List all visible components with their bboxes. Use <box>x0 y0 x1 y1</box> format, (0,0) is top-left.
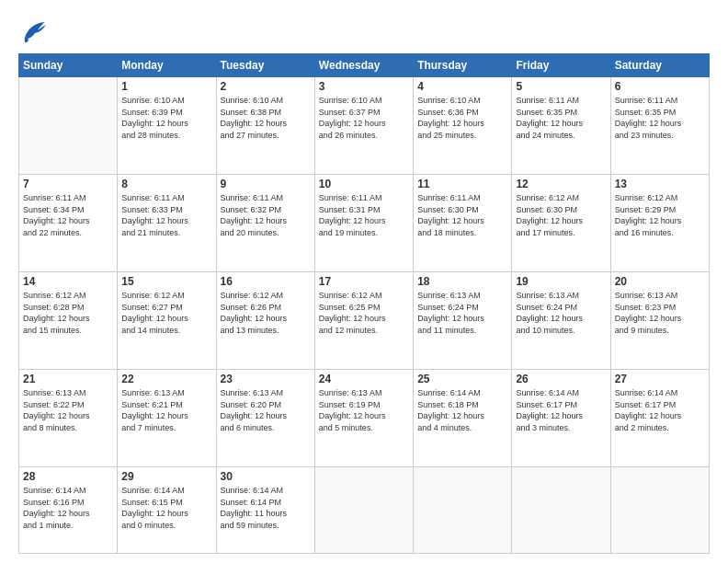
calendar-cell: 17Sunrise: 6:12 AM Sunset: 6:25 PM Dayli… <box>314 272 413 370</box>
cell-sun-info: Sunrise: 6:11 AM Sunset: 6:33 PM Dayligh… <box>121 192 211 238</box>
calendar-cell: 20Sunrise: 6:13 AM Sunset: 6:23 PM Dayli… <box>610 272 709 370</box>
day-number: 27 <box>615 373 705 385</box>
calendar-week-row: 21Sunrise: 6:13 AM Sunset: 6:22 PM Dayli… <box>19 370 710 467</box>
day-number: 7 <box>23 178 113 190</box>
cell-sun-info: Sunrise: 6:11 AM Sunset: 6:34 PM Dayligh… <box>23 192 113 238</box>
day-number: 4 <box>417 80 507 93</box>
calendar-cell <box>512 467 610 554</box>
day-number: 11 <box>417 178 507 190</box>
calendar-cell: 15Sunrise: 6:12 AM Sunset: 6:27 PM Dayli… <box>118 272 216 370</box>
cell-sun-info: Sunrise: 6:14 AM Sunset: 6:16 PM Dayligh… <box>23 485 113 531</box>
cell-sun-info: Sunrise: 6:13 AM Sunset: 6:22 PM Dayligh… <box>23 387 113 433</box>
calendar-week-row: 28Sunrise: 6:14 AM Sunset: 6:16 PM Dayli… <box>19 467 710 554</box>
day-number: 20 <box>615 275 705 288</box>
calendar-week-row: 7Sunrise: 6:11 AM Sunset: 6:34 PM Daylig… <box>19 175 710 272</box>
calendar-cell <box>19 77 118 175</box>
cell-sun-info: Sunrise: 6:13 AM Sunset: 6:24 PM Dayligh… <box>516 290 606 336</box>
calendar-cell: 25Sunrise: 6:14 AM Sunset: 6:18 PM Dayli… <box>414 370 512 467</box>
calendar-cell: 2Sunrise: 6:10 AM Sunset: 6:38 PM Daylig… <box>216 77 314 175</box>
day-number: 16 <box>221 275 311 288</box>
calendar-body: 1Sunrise: 6:10 AM Sunset: 6:39 PM Daylig… <box>19 77 710 554</box>
day-number: 21 <box>23 373 113 385</box>
calendar-cell: 9Sunrise: 6:11 AM Sunset: 6:32 PM Daylig… <box>216 175 314 272</box>
calendar-cell: 30Sunrise: 6:14 AM Sunset: 6:14 PM Dayli… <box>216 467 314 554</box>
calendar-header-row: SundayMondayTuesdayWednesdayThursdayFrid… <box>19 54 710 77</box>
day-number: 12 <box>516 178 606 190</box>
day-of-week-header: Sunday <box>19 54 118 77</box>
calendar-cell: 29Sunrise: 6:14 AM Sunset: 6:15 PM Dayli… <box>118 467 216 554</box>
cell-sun-info: Sunrise: 6:13 AM Sunset: 6:23 PM Dayligh… <box>615 290 705 336</box>
calendar-cell: 22Sunrise: 6:13 AM Sunset: 6:21 PM Dayli… <box>118 370 216 467</box>
cell-sun-info: Sunrise: 6:10 AM Sunset: 6:39 PM Dayligh… <box>121 95 211 141</box>
day-number: 26 <box>516 373 606 385</box>
day-number: 14 <box>23 275 113 288</box>
calendar-cell: 16Sunrise: 6:12 AM Sunset: 6:26 PM Dayli… <box>216 272 314 370</box>
calendar-cell: 26Sunrise: 6:14 AM Sunset: 6:17 PM Dayli… <box>512 370 610 467</box>
cell-sun-info: Sunrise: 6:14 AM Sunset: 6:18 PM Dayligh… <box>417 387 507 433</box>
calendar-cell: 5Sunrise: 6:11 AM Sunset: 6:35 PM Daylig… <box>512 77 610 175</box>
cell-sun-info: Sunrise: 6:12 AM Sunset: 6:26 PM Dayligh… <box>221 290 311 336</box>
cell-sun-info: Sunrise: 6:10 AM Sunset: 6:37 PM Dayligh… <box>319 95 409 141</box>
logo <box>18 17 50 44</box>
day-number: 15 <box>121 275 211 288</box>
day-number: 30 <box>221 470 311 483</box>
calendar-cell: 11Sunrise: 6:11 AM Sunset: 6:30 PM Dayli… <box>414 175 512 272</box>
cell-sun-info: Sunrise: 6:10 AM Sunset: 6:36 PM Dayligh… <box>417 95 507 141</box>
calendar-cell: 28Sunrise: 6:14 AM Sunset: 6:16 PM Dayli… <box>19 467 118 554</box>
cell-sun-info: Sunrise: 6:14 AM Sunset: 6:17 PM Dayligh… <box>516 387 606 433</box>
cell-sun-info: Sunrise: 6:14 AM Sunset: 6:14 PM Dayligh… <box>221 485 311 531</box>
cell-sun-info: Sunrise: 6:11 AM Sunset: 6:32 PM Dayligh… <box>221 192 311 238</box>
calendar-cell: 7Sunrise: 6:11 AM Sunset: 6:34 PM Daylig… <box>19 175 118 272</box>
day-of-week-header: Saturday <box>610 54 709 77</box>
day-number: 10 <box>319 178 409 190</box>
cell-sun-info: Sunrise: 6:12 AM Sunset: 6:29 PM Dayligh… <box>615 192 705 238</box>
calendar-cell <box>414 467 512 554</box>
calendar-cell: 8Sunrise: 6:11 AM Sunset: 6:33 PM Daylig… <box>118 175 216 272</box>
calendar-cell <box>314 467 413 554</box>
calendar-cell <box>610 467 709 554</box>
day-number: 28 <box>23 470 113 483</box>
calendar-week-row: 1Sunrise: 6:10 AM Sunset: 6:39 PM Daylig… <box>19 77 710 175</box>
calendar-cell: 12Sunrise: 6:12 AM Sunset: 6:30 PM Dayli… <box>512 175 610 272</box>
day-number: 24 <box>319 373 409 385</box>
cell-sun-info: Sunrise: 6:12 AM Sunset: 6:25 PM Dayligh… <box>319 290 409 336</box>
cell-sun-info: Sunrise: 6:13 AM Sunset: 6:21 PM Dayligh… <box>121 387 211 433</box>
header <box>18 17 710 44</box>
day-number: 29 <box>121 470 211 483</box>
cell-sun-info: Sunrise: 6:13 AM Sunset: 6:20 PM Dayligh… <box>221 387 311 433</box>
cell-sun-info: Sunrise: 6:10 AM Sunset: 6:38 PM Dayligh… <box>221 95 311 141</box>
day-number: 23 <box>221 373 311 385</box>
cell-sun-info: Sunrise: 6:11 AM Sunset: 6:30 PM Dayligh… <box>417 192 507 238</box>
logo-bird-icon <box>18 17 46 44</box>
cell-sun-info: Sunrise: 6:11 AM Sunset: 6:35 PM Dayligh… <box>516 95 606 141</box>
day-number: 3 <box>319 80 409 93</box>
day-number: 5 <box>516 80 606 93</box>
day-number: 1 <box>121 80 211 93</box>
calendar-cell: 24Sunrise: 6:13 AM Sunset: 6:19 PM Dayli… <box>314 370 413 467</box>
day-number: 18 <box>417 275 507 288</box>
day-number: 8 <box>121 178 211 190</box>
day-number: 6 <box>615 80 705 93</box>
day-number: 9 <box>221 178 311 190</box>
day-of-week-header: Monday <box>118 54 216 77</box>
day-number: 2 <box>221 80 311 93</box>
calendar-cell: 23Sunrise: 6:13 AM Sunset: 6:20 PM Dayli… <box>216 370 314 467</box>
day-number: 17 <box>319 275 409 288</box>
calendar-cell: 10Sunrise: 6:11 AM Sunset: 6:31 PM Dayli… <box>314 175 413 272</box>
day-of-week-header: Thursday <box>414 54 512 77</box>
cell-sun-info: Sunrise: 6:11 AM Sunset: 6:31 PM Dayligh… <box>319 192 409 238</box>
calendar-cell: 19Sunrise: 6:13 AM Sunset: 6:24 PM Dayli… <box>512 272 610 370</box>
cell-sun-info: Sunrise: 6:14 AM Sunset: 6:15 PM Dayligh… <box>121 485 211 531</box>
day-number: 22 <box>121 373 211 385</box>
day-of-week-header: Wednesday <box>314 54 413 77</box>
calendar-cell: 27Sunrise: 6:14 AM Sunset: 6:17 PM Dayli… <box>610 370 709 467</box>
calendar-week-row: 14Sunrise: 6:12 AM Sunset: 6:28 PM Dayli… <box>19 272 710 370</box>
day-of-week-header: Friday <box>512 54 610 77</box>
calendar-cell: 21Sunrise: 6:13 AM Sunset: 6:22 PM Dayli… <box>19 370 118 467</box>
cell-sun-info: Sunrise: 6:12 AM Sunset: 6:27 PM Dayligh… <box>121 290 211 336</box>
day-of-week-header: Tuesday <box>216 54 314 77</box>
calendar-cell: 6Sunrise: 6:11 AM Sunset: 6:35 PM Daylig… <box>610 77 709 175</box>
calendar-table: SundayMondayTuesdayWednesdayThursdayFrid… <box>18 53 710 554</box>
day-number: 13 <box>615 178 705 190</box>
cell-sun-info: Sunrise: 6:13 AM Sunset: 6:24 PM Dayligh… <box>417 290 507 336</box>
